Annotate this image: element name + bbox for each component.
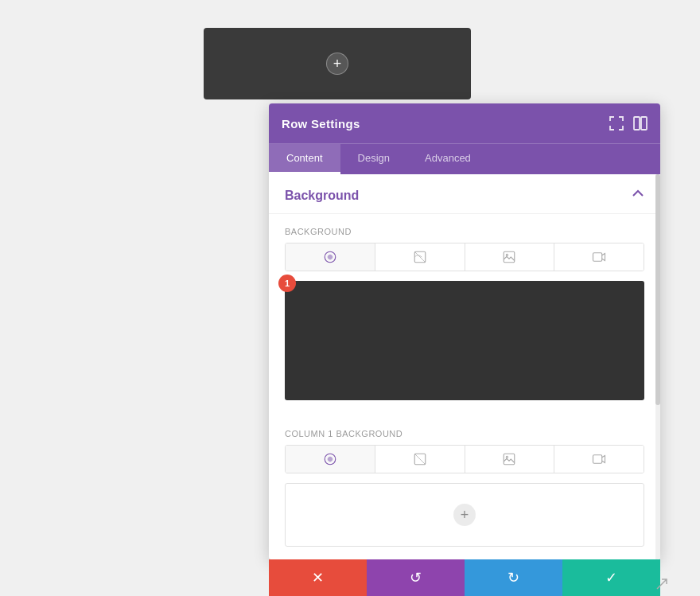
background-color-preview[interactable] <box>285 281 644 400</box>
col1-bg-tab-color[interactable] <box>286 446 375 473</box>
col1-bg-tab-image[interactable] <box>465 446 555 473</box>
save-button[interactable]: ✓ <box>562 559 660 596</box>
col1-bg-tab-video[interactable] <box>554 446 644 473</box>
col1-background-section: Column 1 Background <box>269 429 660 559</box>
svg-rect-9 <box>504 454 515 465</box>
bg-tab-video[interactable] <box>554 243 644 271</box>
tab-design[interactable]: Design <box>340 144 407 174</box>
background-field-label: Background <box>285 227 644 236</box>
cancel-button[interactable]: ✕ <box>269 559 367 596</box>
col1-field-label: Column 1 Background <box>285 429 644 438</box>
tab-advanced[interactable]: Advanced <box>407 144 488 174</box>
svg-rect-0 <box>634 117 640 130</box>
redo-button[interactable]: ↻ <box>465 559 562 596</box>
corner-resize-icon[interactable] <box>655 578 671 594</box>
svg-rect-11 <box>593 455 602 464</box>
background-section-title: Background <box>285 189 359 203</box>
scrollbar-track <box>655 174 660 559</box>
svg-point-5 <box>507 254 508 255</box>
save-icon: ✓ <box>605 569 617 586</box>
bg-tab-gradient[interactable] <box>375 243 465 271</box>
bg-tab-image[interactable] <box>465 243 555 271</box>
svg-rect-4 <box>504 251 515 263</box>
col1-add-button[interactable]: + <box>453 504 476 526</box>
panel-header: Row Settings <box>269 103 660 143</box>
background-section-content: Background <box>269 214 660 429</box>
redo-icon: ↻ <box>508 569 519 586</box>
background-section-header: Background <box>269 174 660 214</box>
svg-point-10 <box>507 456 508 458</box>
collapse-icon[interactable] <box>632 187 644 204</box>
fullscreen-icon[interactable] <box>609 116 624 130</box>
svg-rect-6 <box>593 253 602 262</box>
action-bar: ✕ ↺ ↻ ✓ <box>269 559 660 596</box>
dark-header-bar: + <box>204 28 471 99</box>
col1-plus-icon: + <box>461 507 469 524</box>
reset-icon: ↺ <box>410 569 422 586</box>
panel-header-icons <box>609 116 648 130</box>
tab-content[interactable]: Content <box>269 144 340 174</box>
scrollbar-thumb[interactable] <box>655 174 660 405</box>
layout-icon[interactable] <box>633 116 648 130</box>
panel-title: Row Settings <box>282 117 360 130</box>
reset-button[interactable]: ↺ <box>367 559 465 596</box>
cancel-icon: ✕ <box>312 569 324 586</box>
row-settings-panel: Row Settings Content Design Advanced <box>269 103 660 559</box>
panel-body: Background Background <box>269 174 660 559</box>
panel-tabs: Content Design Advanced <box>269 143 660 174</box>
svg-rect-1 <box>641 117 647 130</box>
badge-number: 1 <box>278 275 296 292</box>
col1-bg-tab-gradient[interactable] <box>375 446 465 473</box>
color-preview-wrapper: 1 <box>285 281 644 400</box>
bg-tab-color[interactable] <box>286 243 375 271</box>
add-section-button[interactable]: + <box>326 53 348 75</box>
plus-icon: + <box>333 56 342 71</box>
col1-background-type-tabs <box>285 445 644 473</box>
background-type-tabs <box>285 243 644 271</box>
col1-color-preview[interactable]: + <box>285 483 644 547</box>
